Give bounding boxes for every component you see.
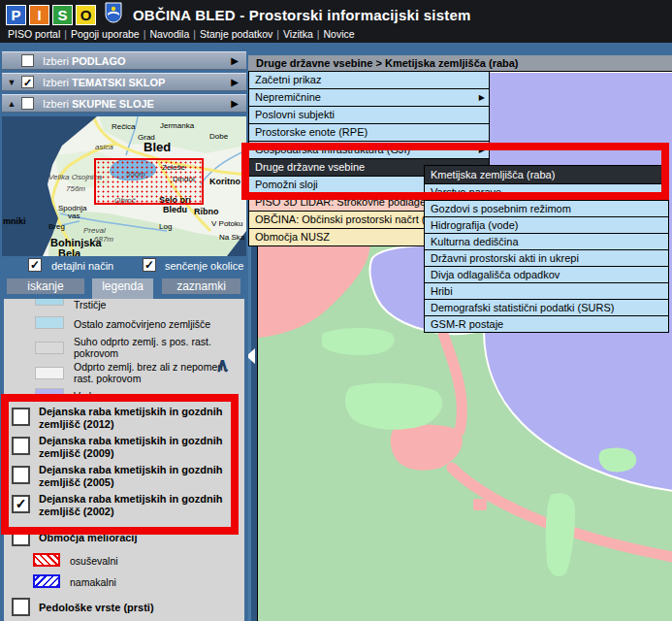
podlago-checkbox[interactable]	[21, 54, 34, 67]
skupne-sloje-checkbox[interactable]	[21, 97, 34, 110]
submenu-item-kulturna-dediscina[interactable]: Kulturna dediščina	[425, 234, 668, 250]
expander-icon[interactable]: ▼	[2, 78, 21, 87]
map-place-label: vas	[68, 212, 80, 220]
panel-arrow-icon[interactable]: ▶	[231, 77, 239, 87]
panel-label: Izberi PODLAGO	[43, 55, 126, 67]
sencenje-okolice-label: senčenje okolice	[165, 260, 243, 272]
tab-zaznamki[interactable]: zaznamki	[162, 278, 240, 294]
map-place-label: Bela	[58, 247, 80, 256]
map-place-label: Bledu	[163, 205, 187, 214]
detajlni-nacin-checkbox[interactable]: ✓	[28, 258, 42, 272]
menu-item-zacetni-prikaz[interactable]: Začetni prikaz	[249, 72, 489, 89]
map-place-label: Preval	[83, 226, 106, 235]
pedoloske-label: Pedološke vrste (prsti)	[39, 602, 223, 614]
submenu-item-divja-odlagalisca[interactable]: Divja odlagališča odpadkov	[425, 267, 668, 283]
nav-link[interactable]: Pogoji uporabe	[71, 28, 140, 40]
map-place-label: asica	[95, 143, 113, 151]
map-extent-rectangle[interactable]	[94, 158, 204, 205]
map-place-label: 756m	[66, 184, 85, 193]
sencenje-okolice-checkbox[interactable]: ✓	[143, 258, 156, 272]
map-place-label: mniki	[3, 216, 26, 226]
top-nav-links: PISO portal|Pogoji uporabe|Navodila|Stan…	[8, 28, 355, 40]
submenu-item-drzavni-akti[interactable]: Državni prostorski akti in ukrepi	[425, 250, 668, 267]
legend-scroll-up-icon[interactable]: ∧	[215, 353, 230, 376]
bled-coat-of-arms-icon	[105, 2, 122, 27]
map-place-label: Koritno	[209, 177, 240, 186]
namakalni-label: namakalni	[70, 576, 230, 588]
submenu-item-gsm-r[interactable]: GSM-R postaje	[425, 316, 668, 333]
map-place-label: Breg	[48, 222, 65, 231]
submenu-arrow-icon: ▶	[479, 89, 485, 106]
breadcrumb: Druge državne vsebine > Kmetijska zemlji…	[248, 55, 672, 71]
annotation-rectangle-menu	[241, 143, 669, 200]
map-place-label: V Potoku	[211, 219, 242, 228]
legend-swatch	[35, 316, 64, 329]
piso-logo-letter-p: P	[6, 5, 26, 25]
nav-link[interactable]: Novice	[324, 28, 355, 40]
nav-link[interactable]: PISO portal	[8, 28, 60, 40]
panel-header-skupne-sloje[interactable]: ▲ Izberi SKUPNE SLOJE ▶	[2, 94, 246, 113]
osusevalni-swatch	[33, 553, 60, 567]
detajlni-nacin-label: detajlni način	[51, 260, 113, 272]
legend-swatch	[35, 367, 64, 379]
tab-iskanje[interactable]: iskanje	[7, 278, 84, 294]
osusevalni-label: osuševalni	[70, 555, 230, 567]
map-place-label: Bled	[144, 140, 171, 154]
tematski-sklop-checkbox[interactable]: ✓	[21, 76, 34, 88]
annotation-rectangle-legend	[1, 394, 239, 535]
expander-icon[interactable]: ▲	[2, 99, 21, 109]
legend-swatch	[35, 299, 64, 306]
nav-link[interactable]: Vizitka	[283, 28, 313, 40]
panel-header-podlago[interactable]: Izberi PODLAGO ▶	[2, 51, 246, 70]
map-place-label: Na Ska	[219, 233, 244, 242]
panel-label: Izberi TEMATSKI SKLOP	[43, 77, 165, 88]
legend-label: Ostalo zamočvirjeno zemljišče	[74, 318, 234, 330]
map-options-row: ✓ detajlni način ✓ senčenje okolice	[0, 258, 248, 276]
panel-arrow-icon[interactable]: ▶	[231, 98, 239, 109]
header: P I S O OBČINA BLED - Prostorski informa…	[0, 0, 672, 43]
submenu-item-hidrografija[interactable]: Hidrografija (vode)	[425, 217, 668, 234]
submenu-item-hribi[interactable]: Hribi	[425, 283, 668, 300]
map-place-label: Dobe	[209, 132, 228, 141]
nav-link[interactable]: Stanje podatkov	[200, 28, 272, 40]
map-place-label: Log	[159, 222, 172, 231]
legend-label: Suho odprto zemlj. s pos. rast. pokrovom	[74, 336, 234, 359]
legend-swatch	[35, 342, 64, 354]
piso-logo-letter-o: O	[76, 5, 96, 25]
map-place-label: Ribno	[194, 207, 219, 216]
namakalni-swatch	[33, 574, 60, 588]
map-place-label: 687m	[94, 235, 113, 244]
panel-arrow-icon[interactable]: ▶	[231, 55, 239, 66]
pedoloske-checkbox[interactable]	[12, 598, 30, 616]
legend-label: Odprto zemlj. brez ali z nepomem. rast. …	[74, 361, 234, 384]
menu-item-prostorske-enote[interactable]: Prostorske enote (RPE)	[249, 124, 489, 142]
map-place-label: Rečica	[112, 122, 135, 131]
page-title: OBČINA BLED - Prostorski informacijski s…	[133, 7, 471, 23]
submenu-item-demografski-podatki[interactable]: Demografski statistični podatki (SURS)	[425, 300, 668, 316]
piso-logo-letter-i: I	[29, 5, 49, 25]
legend-label: Trstičje	[74, 299, 234, 310]
map-place-label: Jermanka	[160, 121, 194, 130]
panel-label: Izberi SKUPNE SLOJE	[43, 98, 154, 110]
menu-item-poslovni-subjekti[interactable]: Poslovni subjekti	[249, 107, 489, 124]
tab-legenda[interactable]: legenda	[92, 278, 153, 299]
piso-logo-letter-s: S	[52, 5, 73, 25]
submenu-item-gozdovi[interactable]: Gozdovi s posebnim režimom	[425, 201, 668, 217]
menu-item-nepremicnine[interactable]: Nepremičnine▶	[249, 89, 489, 107]
nav-link[interactable]: Navodila	[149, 28, 189, 40]
panel-header-tematski-sklop[interactable]: ▼ ✓ Izberi TEMATSKI SKLOP ▶	[2, 73, 246, 91]
overview-map[interactable]: RečicaJermankaGradBledDobeasicaZeleše550…	[2, 116, 246, 256]
